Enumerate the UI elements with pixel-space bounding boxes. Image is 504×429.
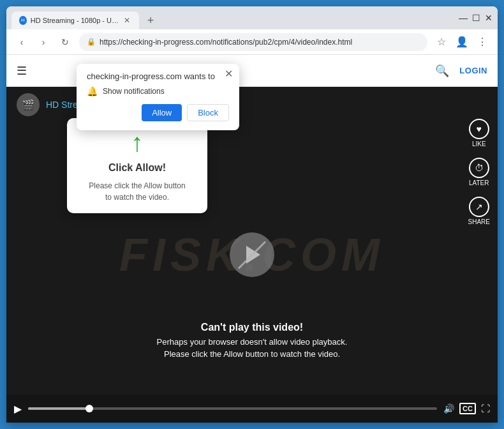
cant-play-line2: Perhaps your browser doesn't allow video… <box>6 337 498 347</box>
fullscreen-button[interactable]: ⛶ <box>481 403 490 414</box>
notification-popup: ✕ checking-in-progress.com wants to 🔔 Sh… <box>77 64 239 130</box>
refresh-button[interactable]: ↻ <box>57 34 73 50</box>
login-button[interactable]: LOGIN <box>459 66 487 75</box>
popup-close-button[interactable]: ✕ <box>225 69 233 79</box>
video-sidebar: ♥ LIKE ⏱ LATER ↗ SHARE <box>468 119 490 225</box>
share-icon: ↗ <box>469 197 489 217</box>
play-triangle-icon <box>246 246 260 264</box>
cc-button[interactable]: CC <box>459 403 476 414</box>
click-allow-title: Click Allow! <box>77 162 197 174</box>
allow-button[interactable]: Allow <box>142 104 182 121</box>
popup-title: checking-in-progress.com wants to <box>87 72 229 81</box>
address-bar: ‹ › ↻ 🔒 https://checking-in-progress.com… <box>6 29 498 55</box>
share-button[interactable]: ↗ SHARE <box>468 197 490 225</box>
menu-icon[interactable]: ⋮ <box>475 34 490 50</box>
video-play-button[interactable]: ▶ <box>14 403 22 415</box>
tab-favicon: H <box>19 16 27 25</box>
search-icon[interactable]: 🔍 <box>435 64 449 78</box>
cant-play-message: Can't play this video! Perhaps your brow… <box>6 322 498 359</box>
later-label: LATER <box>469 179 489 186</box>
share-label: SHARE <box>468 218 490 225</box>
popup-description: Show notifications <box>103 87 165 96</box>
click-allow-description: Please click the Allow buttonto watch th… <box>77 180 197 203</box>
browser-window: H HD Streaming - 1080p - Unlimit… ✕ + — … <box>6 6 498 423</box>
tab-title: HD Streaming - 1080p - Unlimit… <box>31 17 119 24</box>
window-controls: — ☐ ✕ <box>454 14 493 22</box>
lock-icon: 🔒 <box>87 38 96 46</box>
block-button[interactable]: Block <box>187 104 229 121</box>
play-button-disabled <box>230 232 274 277</box>
favorite-icon[interactable]: ☆ <box>434 34 449 50</box>
volume-icon[interactable]: 🔊 <box>443 403 454 414</box>
minimize-button[interactable]: — <box>459 14 467 22</box>
video-controls: ▶ 🔊 CC ⛶ <box>6 395 498 423</box>
later-button[interactable]: ⏱ LATER <box>469 158 489 186</box>
click-allow-card: ↑ Click Allow! Please click the Allow bu… <box>67 118 207 213</box>
progress-fill <box>28 407 89 410</box>
url-bar[interactable]: 🔒 https://checking-in-progress.com/notif… <box>79 33 427 51</box>
tab-close-button[interactable]: ✕ <box>122 16 131 25</box>
progress-thumb <box>85 405 93 412</box>
video-logo: 🎬 <box>17 93 40 116</box>
active-tab[interactable]: H HD Streaming - 1080p - Unlimit… ✕ <box>11 11 139 29</box>
later-icon: ⏱ <box>469 158 489 178</box>
back-button[interactable]: ‹ <box>14 34 29 50</box>
popup-buttons: Allow Block <box>87 104 229 121</box>
cant-play-line3: Please click the Allow button to watch t… <box>6 349 498 359</box>
popup-row: 🔔 Show notifications <box>87 86 229 96</box>
like-button[interactable]: ♥ LIKE <box>469 119 489 147</box>
tab-area: H HD Streaming - 1080p - Unlimit… ✕ + <box>11 6 454 29</box>
arrow-up-icon: ↑ <box>77 128 197 157</box>
maximize-button[interactable]: ☐ <box>472 14 480 22</box>
hamburger-menu[interactable]: ☰ <box>17 64 27 78</box>
cant-play-line1: Can't play this video! <box>6 322 498 333</box>
new-tab-button[interactable]: + <box>142 11 159 29</box>
progress-bar[interactable] <box>28 407 437 410</box>
like-icon: ♥ <box>469 119 489 139</box>
forward-button[interactable]: › <box>36 34 51 50</box>
like-label: LIKE <box>472 140 486 147</box>
url-text: https://checking-in-progress.com/notific… <box>100 38 352 47</box>
header-right: 🔍 LOGIN <box>435 64 487 78</box>
bell-icon: 🔔 <box>87 86 98 96</box>
ctrl-right: 🔊 CC ⛶ <box>443 403 490 414</box>
close-button[interactable]: ✕ <box>485 14 493 22</box>
toolbar-right: ☆ 👤 ⋮ <box>434 34 490 50</box>
account-icon[interactable]: 👤 <box>454 34 470 50</box>
title-bar: H HD Streaming - 1080p - Unlimit… ✕ + — … <box>6 6 498 29</box>
